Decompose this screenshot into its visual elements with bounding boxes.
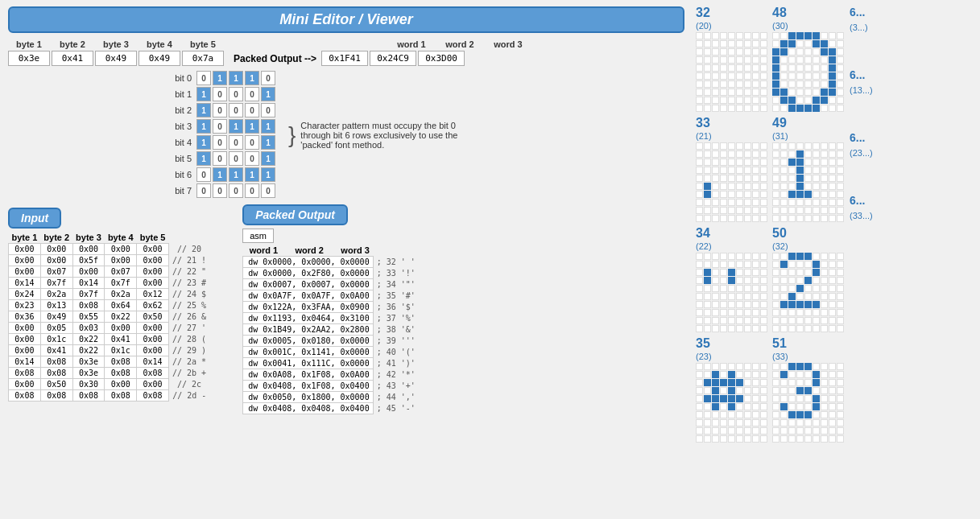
bit-cell-r7-c3[interactable]: 0 [245, 183, 259, 198]
pixel-32-r0-c3 [720, 32, 727, 39]
bit-cell-r0-c3[interactable]: 1 [245, 71, 259, 85]
asm-tab[interactable]: asm [242, 229, 274, 243]
pixel-34-r4-c1 [704, 285, 711, 292]
bit-cell-r1-c1[interactable]: 0 [213, 87, 227, 101]
pixel-49-r0-c2 [788, 142, 796, 150]
pixel-32-r5-c7 [752, 72, 759, 80]
bit-cell-r5-c2[interactable]: 0 [229, 151, 243, 166]
pixel-34-r9-c7 [752, 325, 759, 332]
bit-cell-r1-c3[interactable]: 0 [245, 87, 259, 101]
bit-cell-r0-c4[interactable]: 0 [261, 71, 275, 85]
bit-cell-r2-c0[interactable]: 1 [196, 103, 211, 117]
pixel-48-r2-c2 [788, 48, 796, 56]
pixel-49-r9-c5 [813, 215, 820, 222]
pixel-34-r8-c7 [752, 317, 759, 324]
bit-cell-r4-c4[interactable]: 1 [261, 135, 275, 150]
pixel-48-r7-c2 [788, 89, 796, 96]
char-sub-33: (21) [696, 131, 712, 141]
pixel-34-r1-c8 [760, 261, 767, 268]
bit-cell-r5-c4[interactable]: 1 [261, 151, 275, 166]
pixel-50-r9-c4 [804, 325, 812, 332]
input-cell-r4-c0: 0x24 [9, 289, 41, 300]
pixel-50-r3-c5 [813, 277, 820, 284]
pixel-35-r5-c1 [704, 403, 711, 410]
pixel-32-r8-c6 [744, 97, 751, 104]
bit-cell-r4-c0[interactable]: 1 [196, 135, 211, 150]
pixel-34-r6-c5 [736, 301, 743, 308]
pixel-48-r3-c5 [813, 56, 820, 64]
pixel-33-r4-c2 [712, 175, 719, 182]
pixel-50-r9-c3 [796, 325, 804, 332]
pixel-50-r8-c3 [796, 317, 804, 324]
bit-cell-r5-c1[interactable]: 0 [213, 151, 227, 166]
pixel-32-r2-c6 [744, 48, 751, 56]
bit-cell-r6-c3[interactable]: 1 [245, 167, 259, 182]
bit-cell-r6-c4[interactable]: 1 [261, 167, 275, 182]
pixel-49-r5-c8 [837, 183, 844, 190]
bit-cell-r5-c3[interactable]: 0 [245, 151, 259, 166]
bit-row-2: bit 210000 [169, 103, 275, 117]
pixel-51-r4-c8 [837, 395, 844, 402]
pixel-49-r1-c5 [813, 150, 820, 158]
bit-cell-r6-c0[interactable]: 0 [196, 167, 211, 182]
pixel-48-r0-c7 [829, 32, 836, 39]
bit-cell-r2-c2[interactable]: 0 [229, 103, 243, 117]
pixel-32-r9-c4 [728, 105, 735, 112]
bit-cell-r6-c2[interactable]: 1 [229, 167, 243, 182]
bit-cell-r3-c2[interactable]: 1 [229, 119, 243, 134]
pixel-32-r3-c2 [712, 56, 719, 64]
bit-cell-r0-c0[interactable]: 0 [196, 71, 211, 85]
bit-cell-r7-c4[interactable]: 0 [261, 183, 275, 198]
bit-cell-r3-c1[interactable]: 0 [213, 119, 227, 134]
pixel-32-r0-c8 [760, 32, 767, 39]
pixel-35-r6-c0 [696, 411, 703, 418]
pixel-50-r9-c2 [788, 325, 796, 332]
packed-comment-r5: ; 37 '%' [373, 313, 419, 324]
pixel-32-r7-c4 [728, 89, 735, 96]
bit-cell-r4-c3[interactable]: 0 [245, 135, 259, 150]
pixel-51-r7-c1 [780, 419, 788, 426]
pixel-48-r4-c2 [788, 64, 796, 72]
bit-cell-r3-c4[interactable]: 1 [261, 119, 275, 134]
pixel-49-r4-c2 [788, 175, 796, 182]
pixel-33-r4-c3 [720, 175, 727, 182]
bit-cell-r3-c0[interactable]: 1 [196, 119, 211, 134]
pixel-49-r7-c6 [821, 199, 828, 206]
bit-cell-r1-c2[interactable]: 0 [229, 87, 243, 101]
input-col1: byte 1 [9, 232, 41, 244]
bit-cell-r6-c1[interactable]: 1 [213, 167, 227, 182]
char-sub-34: (22) [696, 241, 712, 251]
bit-cell-r7-c0[interactable]: 0 [196, 183, 211, 198]
bit-cell-r4-c1[interactable]: 0 [213, 135, 227, 150]
input-cell-r0-c3: 0x00 [105, 244, 137, 255]
bit-cell-r4-c2[interactable]: 0 [229, 135, 243, 150]
bit-cell-r2-c3[interactable]: 0 [245, 103, 259, 117]
pixel-49-r5-c2 [788, 183, 796, 190]
bit-cell-r7-c2[interactable]: 0 [229, 183, 243, 198]
pixel-33-r9-c4 [728, 215, 735, 222]
bit-cell-r7-c1[interactable]: 0 [213, 183, 227, 198]
packed-output-section: Packed Output asm word 1 word 2 word 3 [242, 204, 419, 414]
pixel-50-r3-c2 [788, 277, 796, 284]
pixel-35-r6-c4 [728, 411, 735, 418]
pixel-49-r6-c2 [788, 191, 796, 198]
bit-cell-r1-c4[interactable]: 1 [261, 87, 275, 101]
pixel-35-r0-c4 [728, 363, 735, 370]
bit-cell-r0-c1[interactable]: 1 [213, 71, 227, 85]
bit-cell-r0-c2[interactable]: 1 [229, 71, 243, 85]
pixel-35-r1-c1 [704, 371, 711, 378]
pixel-35-r9-c5 [736, 435, 743, 443]
pixel-48-r4-c8 [837, 64, 844, 72]
char-number-partial-0: 6... [850, 6, 874, 18]
bit-cell-r3-c3[interactable]: 1 [245, 119, 259, 134]
input-cell-r12-c0: 0x00 [9, 379, 41, 390]
input-cell-r1-c1: 0x00 [40, 255, 72, 266]
input-comment-r10: // 2a * [168, 356, 209, 368]
bit-cell-r2-c4[interactable]: 0 [261, 103, 275, 117]
bit-row-1: bit 110001 [169, 87, 275, 101]
bit-cell-r1-c0[interactable]: 1 [196, 87, 211, 101]
bit-cell-r5-c0[interactable]: 1 [196, 151, 211, 166]
title-box: Mini Editor / Viewer [8, 6, 684, 33]
input-cell-r2-c3: 0x07 [105, 266, 137, 278]
bit-cell-r2-c1[interactable]: 0 [213, 103, 227, 117]
